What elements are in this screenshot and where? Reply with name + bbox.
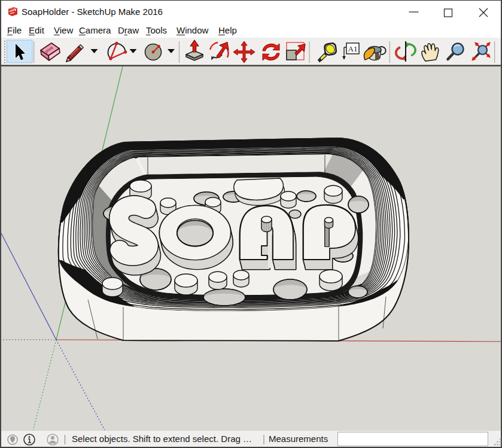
svg-text:A1: A1: [348, 44, 358, 53]
